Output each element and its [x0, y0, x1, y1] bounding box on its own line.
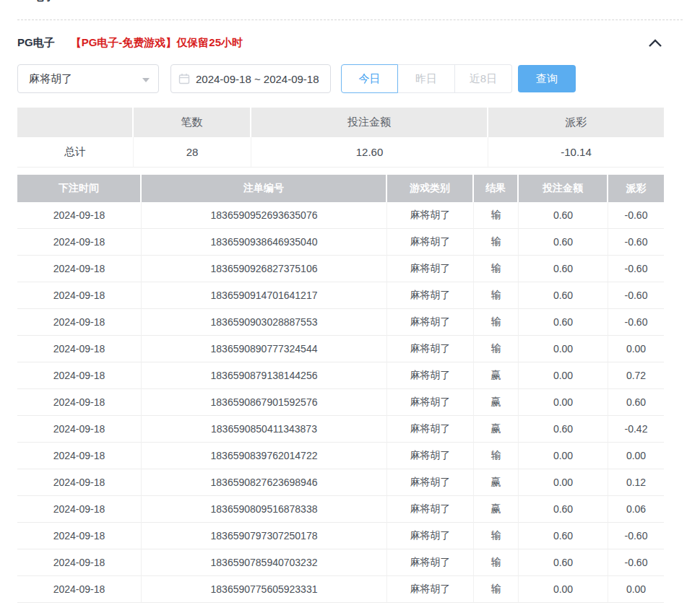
- section-divider: [17, 19, 683, 20]
- game-type-cell: 麻将胡了: [387, 229, 474, 256]
- game-select-value: 麻将胡了: [29, 72, 72, 86]
- game-type-cell: 麻将胡了: [387, 309, 474, 336]
- table-row: 2024-09-181836590867901592576麻将胡了赢0.000.…: [17, 389, 664, 416]
- bet-time-cell: 2024-09-18: [17, 416, 142, 443]
- date-range-input[interactable]: 2024-09-18 ~ 2024-09-18: [170, 64, 331, 93]
- column-header: 投注金额: [519, 175, 608, 202]
- bet-time-cell: 2024-09-18: [17, 362, 142, 389]
- result-cell: 输: [474, 282, 519, 309]
- collapse-section-button[interactable]: [647, 38, 664, 49]
- payout-cell: 0.60: [608, 389, 664, 416]
- bet-table-header-row: 下注时间注单编号游戏类别结果投注金额派彩: [17, 175, 664, 202]
- order-number-cell: 1836590785940703232: [142, 549, 387, 576]
- table-row: 2024-09-181836590797307250178麻将胡了输0.60-0…: [17, 523, 664, 549]
- summary-header-row: 笔数投注金额派彩: [17, 108, 664, 137]
- game-type-cell: 麻将胡了: [387, 416, 474, 443]
- table-row: 2024-09-181836590879138144256麻将胡了赢0.000.…: [17, 362, 664, 389]
- bet-time-cell: 2024-09-18: [17, 576, 142, 603]
- quick-filter-button[interactable]: 近8日: [455, 64, 512, 93]
- payout-cell: -0.60: [608, 549, 664, 576]
- calendar-icon: [178, 73, 190, 84]
- column-header: 投注金额: [251, 108, 488, 137]
- bet-time-cell: 2024-09-18: [17, 202, 142, 229]
- game-type-cell: 麻将胡了: [387, 469, 474, 496]
- bet-amount-cell: 0.00: [519, 469, 608, 496]
- bet-amount-cell: 0.00: [519, 576, 608, 603]
- payout-cell: -0.60: [608, 282, 664, 309]
- bet-amount-cell: 0.60: [519, 229, 608, 256]
- result-cell: 输: [474, 443, 519, 469]
- quick-filter-button[interactable]: 昨日: [398, 64, 455, 93]
- result-cell: 输: [474, 202, 519, 229]
- search-button[interactable]: 查询: [518, 65, 576, 92]
- bet-amount-cell: 0.00: [519, 443, 608, 469]
- bet-amount-cell: 0.00: [519, 389, 608, 416]
- table-row: 2024-09-181836590839762014722麻将胡了输0.000.…: [17, 443, 664, 469]
- game-select[interactable]: 麻将胡了: [17, 64, 159, 93]
- result-cell: 输: [474, 576, 519, 603]
- bet-time-cell: 2024-09-18: [17, 282, 142, 309]
- order-number-cell: 1836590867901592576: [142, 389, 387, 416]
- game-type-cell: 麻将胡了: [387, 523, 474, 549]
- table-row: 2024-09-181836590827623698946麻将胡了赢0.000.…: [17, 469, 664, 496]
- result-cell: 输: [474, 549, 519, 576]
- result-cell: 赢: [474, 362, 519, 389]
- order-number-cell: 1836590839762014722: [142, 443, 387, 469]
- game-type-cell: 麻将胡了: [387, 443, 474, 469]
- order-number-cell: 1836590827623698946: [142, 469, 387, 496]
- order-number-cell: 1836590914701641217: [142, 282, 387, 309]
- game-type-cell: 麻将胡了: [387, 202, 474, 229]
- payout-cell: -0.60: [608, 229, 664, 256]
- bet-time-cell: 2024-09-18: [17, 443, 142, 469]
- table-row: 2024-09-181836590809516878338麻将胡了赢0.600.…: [17, 496, 664, 523]
- section-title: PG电子: [17, 36, 55, 50]
- total-count-cell: 28: [134, 137, 251, 168]
- total-label-cell: 总计: [17, 137, 134, 168]
- chevron-down-icon: [142, 78, 150, 86]
- total-bet-amount-cell: 12.60: [251, 137, 488, 168]
- result-cell: 赢: [474, 416, 519, 443]
- summary-total-row: 总计 28 12.60 -10.14: [17, 137, 664, 168]
- column-header: 派彩: [608, 175, 664, 202]
- payout-cell: -0.60: [608, 309, 664, 336]
- order-number-cell: 1836590890777324544: [142, 336, 387, 362]
- table-row: 2024-09-181836590903028887553麻将胡了输0.60-0…: [17, 309, 664, 336]
- game-type-cell: 麻将胡了: [387, 362, 474, 389]
- filter-bar: 麻将胡了 2024-09-18 ~ 2024-09-18 今日昨日近8日 查询: [17, 64, 700, 93]
- result-cell: 输: [474, 256, 519, 282]
- result-cell: 输: [474, 523, 519, 549]
- column-header: [17, 108, 134, 137]
- quick-filter-button[interactable]: 今日: [341, 64, 398, 93]
- game-type-cell: 麻将胡了: [387, 549, 474, 576]
- bet-amount-cell: 0.60: [519, 256, 608, 282]
- game-type-cell: 麻将胡了: [387, 256, 474, 282]
- payout-cell: 0.72: [608, 362, 664, 389]
- column-header: 派彩: [488, 108, 664, 137]
- section-header: PG电子 【PG电子-免费游戏】仅保留25小时: [17, 36, 664, 50]
- result-cell: 输: [474, 309, 519, 336]
- bet-amount-cell: 0.00: [519, 362, 608, 389]
- game-type-cell: 麻将胡了: [387, 576, 474, 603]
- order-number-cell: 1836590926827375106: [142, 256, 387, 282]
- report-page: MT电子 PG电子 【PG电子-免费游戏】仅保留25小时 麻将胡了: [0, 0, 700, 603]
- game-type-cell: 麻将胡了: [387, 496, 474, 523]
- column-header: 下注时间: [17, 175, 142, 202]
- table-row: 2024-09-181836590938646935040麻将胡了输0.60-0…: [17, 229, 664, 256]
- bet-time-cell: 2024-09-18: [17, 523, 142, 549]
- table-row: 2024-09-181836590775605923331麻将胡了输0.000.…: [17, 576, 664, 603]
- column-header: 笔数: [134, 108, 251, 137]
- payout-cell: 0.00: [608, 443, 664, 469]
- chevron-up-icon: [648, 39, 662, 50]
- bet-amount-cell: 0.60: [519, 416, 608, 443]
- order-number-cell: 1836590797307250178: [142, 523, 387, 549]
- order-number-cell: 1836590903028887553: [142, 309, 387, 336]
- payout-cell: -0.60: [608, 256, 664, 282]
- bet-amount-cell: 0.60: [519, 282, 608, 309]
- bet-amount-cell: 0.60: [519, 549, 608, 576]
- bet-table: 下注时间注单编号游戏类别结果投注金额派彩 2024-09-18183659095…: [17, 175, 664, 603]
- bet-time-cell: 2024-09-18: [17, 496, 142, 523]
- result-cell: 赢: [474, 389, 519, 416]
- order-number-cell: 1836590938646935040: [142, 229, 387, 256]
- previous-section-title: MT电子: [17, 0, 700, 4]
- table-row: 2024-09-181836590785940703232麻将胡了输0.60-0…: [17, 549, 664, 576]
